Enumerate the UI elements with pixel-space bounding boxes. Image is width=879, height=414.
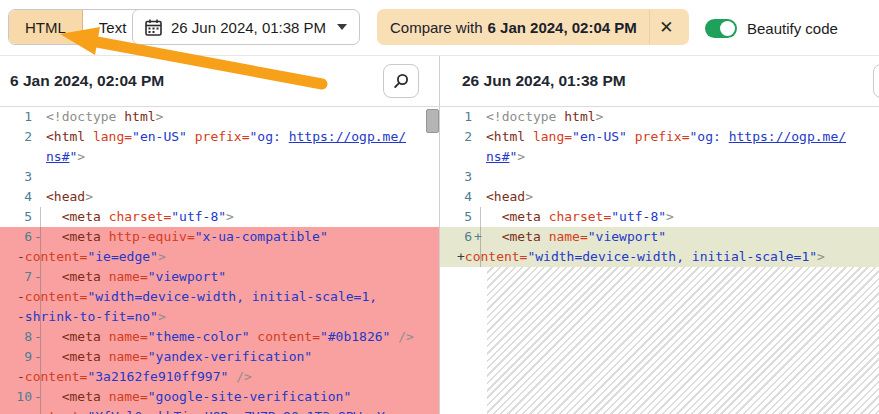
scrollbar-thumb[interactable] <box>426 109 439 133</box>
code-line: 4<head> <box>0 187 439 207</box>
diff-removed-line: 8- <meta name="theme-color" content="#0b… <box>0 327 439 347</box>
diff-removed-line: -content="ie=edge"> <box>0 247 439 267</box>
diff-removed-line: 6- <meta http-equiv="x-ua-compatible" <box>0 227 439 247</box>
calendar-icon <box>145 19 162 36</box>
code-line: 5 <meta charset="utf-8"> <box>0 207 439 227</box>
right-panel-title: 26 Jun 2024, 01:38 PM <box>462 56 626 106</box>
code-panel-new: 1<!doctype html>2<html lang="en-US" pref… <box>440 107 879 414</box>
code-line: 3 <box>440 167 879 187</box>
date-picker-button[interactable]: 26 Jun 2024, 01:38 PM <box>132 9 360 45</box>
toolbar: HTML Text 26 Jun 2024, 01:38 PM Compare … <box>0 0 879 56</box>
code-panel-old: 1<!doctype html>2<html lang="en-US" pref… <box>0 107 440 414</box>
right-panel-header: 26 Jun 2024, 01:38 PM <box>440 56 879 107</box>
code-line: 1<!doctype html> <box>440 107 879 127</box>
diff-removed-line: 9- <meta name="yandex-verification" <box>0 347 439 367</box>
close-icon[interactable]: ✕ <box>649 10 683 44</box>
code-line: 2<html lang="en-US" prefix="og: https://… <box>440 127 879 147</box>
diff-removed-line: 7- <meta name="viewport" <box>0 267 439 287</box>
code-line: ns#"> <box>0 147 439 167</box>
search-icon <box>393 73 409 89</box>
diff-removed-line: -shrink-to-fit=no"> <box>0 307 439 327</box>
diff-removed-line: 10- <meta name="google-site-verification… <box>0 387 439 407</box>
search-button-partial[interactable] <box>873 64 879 98</box>
chevron-down-icon <box>337 24 347 30</box>
diff-added-line: 6+ <meta name="viewport" <box>440 227 879 247</box>
diff-added-line: +content="width=device-width, initial-sc… <box>440 247 879 267</box>
diff-removed-line: -content="width=device-width, initial-sc… <box>0 287 439 307</box>
code-line: 3 <box>0 167 439 187</box>
indent-guide <box>480 207 481 267</box>
diff-removed-line: -content="XfVnl0ackbTicvU9R-pZVZPm90o1T3… <box>0 407 439 414</box>
view-mode-segmented-control: HTML Text <box>8 9 143 45</box>
tab-html[interactable]: HTML <box>9 10 83 44</box>
code-line: 4<head> <box>440 187 879 207</box>
code-line: ns#"> <box>440 147 879 167</box>
search-button[interactable] <box>383 64 419 98</box>
compare-with-label: Compare with <box>390 19 483 36</box>
beautify-toggle[interactable] <box>705 19 737 38</box>
compare-with-date: 6 Jan 2024, 02:04 PM <box>488 19 637 36</box>
indent-guide <box>40 207 41 414</box>
code-line: 2<html lang="en-US" prefix="og: https://… <box>0 127 439 147</box>
beautify-control: Beautify code <box>705 0 838 56</box>
diff-removed-line: -content="3a2162fe910ff997" /> <box>0 367 439 387</box>
left-panel-header: 6 Jan 2024, 02:04 PM <box>0 56 440 107</box>
diff-filler-hatch <box>487 267 879 414</box>
left-panel-title: 6 Jan 2024, 02:04 PM <box>10 56 164 106</box>
date-picker-value: 26 Jun 2024, 01:38 PM <box>171 19 326 36</box>
code-line: 5 <meta charset="utf-8"> <box>440 207 879 227</box>
toggle-knob <box>720 21 735 36</box>
beautify-label: Beautify code <box>747 20 838 37</box>
compare-with-badge: Compare with 6 Jan 2024, 02:04 PM ✕ <box>377 9 689 45</box>
code-line: 1<!doctype html> <box>0 107 439 127</box>
